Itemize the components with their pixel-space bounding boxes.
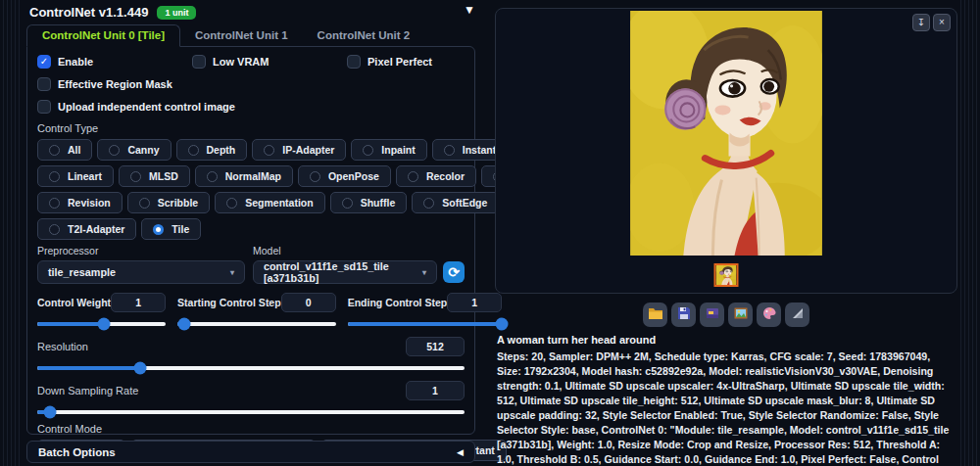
gallery-thumbnail-selected[interactable] bbox=[714, 263, 739, 287]
preprocessor-label: Preprocessor bbox=[37, 245, 245, 256]
download-image-button[interactable]: ↧ bbox=[912, 14, 930, 31]
control-type-canny[interactable]: Canny bbox=[97, 139, 171, 161]
slider-number-input[interactable]: 1 bbox=[447, 293, 502, 312]
checkbox-effective-region-mask[interactable]: Effective Region Mask bbox=[37, 77, 184, 91]
control-type-label-text: Depth bbox=[207, 144, 236, 156]
model-label: Model bbox=[253, 245, 465, 256]
send-to-inpaint-button[interactable] bbox=[757, 303, 781, 327]
preprocessor-dropdown[interactable]: tile_resample ▾ bbox=[37, 260, 245, 284]
slider-label: Starting Control Step bbox=[177, 297, 281, 308]
control-type-softedge[interactable]: SoftEdge bbox=[412, 192, 499, 213]
left-gutter bbox=[0, 0, 20, 466]
send-to-extras-icon bbox=[790, 305, 806, 325]
slider-thumb[interactable] bbox=[44, 406, 57, 419]
control-type-t2i-adapter[interactable]: T2I-Adapter bbox=[37, 218, 136, 240]
control-type-recolor[interactable]: Recolor bbox=[396, 165, 476, 187]
down-sampling-slider[interactable] bbox=[37, 410, 465, 414]
control-type-inpaint[interactable]: Inpaint bbox=[351, 139, 426, 161]
control-type-label-text: Scribble bbox=[158, 197, 198, 209]
slider-thumb[interactable] bbox=[177, 318, 190, 331]
close-preview-button[interactable]: × bbox=[933, 14, 951, 31]
control-type-revision[interactable]: Revision bbox=[37, 192, 122, 213]
control-type-row: AllCannyDepthIP-AdapterInpaintInstant-ID… bbox=[37, 139, 465, 161]
accordion-collapse-icon: ◀ bbox=[457, 447, 464, 457]
checkbox-pixel-perfect[interactable]: Pixel Perfect bbox=[347, 55, 494, 69]
control-type-label: Control Type bbox=[37, 122, 465, 134]
save-icon bbox=[676, 305, 692, 325]
control-type-tile[interactable]: Tile bbox=[141, 218, 201, 240]
radio-icon bbox=[363, 145, 373, 156]
radio-icon bbox=[49, 171, 60, 182]
control-type-ip-adapter[interactable]: IP-Adapter bbox=[252, 139, 346, 161]
tab-controlnet-unit-2[interactable]: ControlNet Unit 2 bbox=[303, 25, 425, 46]
control-type-label-text: Tile bbox=[172, 223, 189, 235]
control-type-openpose[interactable]: OpenPose bbox=[298, 165, 391, 187]
open-folder-icon bbox=[648, 305, 663, 325]
control-type-label-text: T2I-Adapter bbox=[68, 223, 124, 235]
radio-icon bbox=[310, 171, 320, 182]
control-type-row: RevisionScribbleSegmentationShuffleSoftE… bbox=[37, 192, 465, 213]
checkbox-box[interactable] bbox=[37, 100, 51, 114]
slider-number-input[interactable]: 1 bbox=[111, 293, 166, 312]
preprocessor-value: tile_resample bbox=[48, 266, 116, 278]
checkbox-row: Effective Region Mask bbox=[37, 77, 465, 91]
checkbox-upload-independent-control-image[interactable]: Upload independent control image bbox=[37, 100, 235, 114]
slider[interactable] bbox=[177, 322, 336, 326]
checkbox-box[interactable]: ✓ bbox=[37, 55, 51, 69]
model-dropdown[interactable]: control_v11f1e_sd15_tile [a371b31b] ▾ bbox=[253, 260, 437, 284]
tab-controlnet-unit-0-tile[interactable]: ControlNet Unit 0 [Tile] bbox=[26, 24, 180, 47]
prompt-text: A woman turn her head around bbox=[497, 334, 656, 346]
control-type-row: T2I-AdapterTile bbox=[37, 218, 465, 240]
slider-fill bbox=[348, 322, 503, 326]
checkbox-box[interactable] bbox=[37, 77, 51, 91]
save-button[interactable] bbox=[671, 303, 696, 327]
send-to-extras-button[interactable] bbox=[785, 303, 809, 327]
slider-thumb[interactable] bbox=[133, 362, 146, 375]
checkbox-label: Effective Region Mask bbox=[58, 78, 172, 90]
controlnet-unit-body: ✓EnableLow VRAMPixel PerfectEffective Re… bbox=[26, 46, 475, 435]
control-type-label-text: Segmentation bbox=[245, 197, 313, 209]
down-sampling-label: Down Sampling Rate bbox=[37, 385, 138, 396]
control-type-all[interactable]: All bbox=[37, 139, 92, 161]
resolution-slider[interactable] bbox=[37, 366, 465, 370]
download-icon: ↧ bbox=[917, 18, 925, 27]
batch-options-accordion[interactable]: Batch Options ◀ bbox=[26, 441, 475, 463]
control-type-scribble[interactable]: Scribble bbox=[127, 192, 210, 213]
send-to-img2img-icon bbox=[733, 305, 749, 325]
slider[interactable] bbox=[348, 322, 503, 326]
send-to-img2img-button[interactable] bbox=[728, 303, 753, 327]
slider-fill bbox=[37, 322, 104, 326]
slider[interactable] bbox=[37, 322, 166, 326]
open-folder-button[interactable] bbox=[643, 303, 667, 327]
resolution-input[interactable]: 512 bbox=[406, 337, 465, 356]
batch-options-label: Batch Options bbox=[38, 446, 116, 458]
save-zip-button[interactable] bbox=[700, 303, 724, 327]
control-type-normalmap[interactable]: NormalMap bbox=[195, 165, 293, 187]
checkbox-box[interactable] bbox=[347, 55, 361, 69]
down-sampling-input[interactable]: 1 bbox=[406, 381, 465, 400]
slider-thumb[interactable] bbox=[98, 318, 111, 331]
checkbox-box[interactable] bbox=[192, 55, 206, 69]
unit-tabs: ControlNet Unit 0 [Tile]ControlNet Unit … bbox=[26, 27, 475, 46]
control-type-segmentation[interactable]: Segmentation bbox=[215, 192, 324, 213]
radio-icon bbox=[226, 198, 237, 209]
save-zip-icon bbox=[705, 305, 720, 325]
radio-icon bbox=[423, 198, 434, 209]
checkbox-low-vram[interactable]: Low VRAM bbox=[192, 55, 339, 69]
control-type-mlsd[interactable]: MLSD bbox=[119, 165, 190, 187]
control-type-row: LineartMLSDNormalMapOpenPoseRecolorRefer… bbox=[37, 165, 465, 187]
slider-label: Control Weight bbox=[37, 297, 111, 308]
control-type-depth[interactable]: Depth bbox=[176, 139, 248, 161]
control-type-lineart[interactable]: Lineart bbox=[37, 165, 114, 187]
slider-fill bbox=[37, 366, 140, 370]
generated-image[interactable] bbox=[630, 11, 822, 256]
tab-controlnet-unit-1[interactable]: ControlNet Unit 1 bbox=[180, 25, 303, 46]
refresh-models-button[interactable]: ⟳ bbox=[443, 261, 465, 283]
slider-head: Control Weight1 bbox=[37, 293, 166, 312]
control-type-shuffle[interactable]: Shuffle bbox=[330, 192, 408, 213]
checkbox-enable[interactable]: ✓Enable bbox=[37, 55, 184, 69]
slider-number-input[interactable]: 0 bbox=[281, 293, 336, 312]
generation-info-text: Steps: 20, Sampler: DPM++ 2M, Schedule t… bbox=[497, 350, 956, 466]
collapse-panel-icon[interactable]: ▼ bbox=[464, 3, 475, 17]
radio-icon bbox=[49, 224, 60, 235]
